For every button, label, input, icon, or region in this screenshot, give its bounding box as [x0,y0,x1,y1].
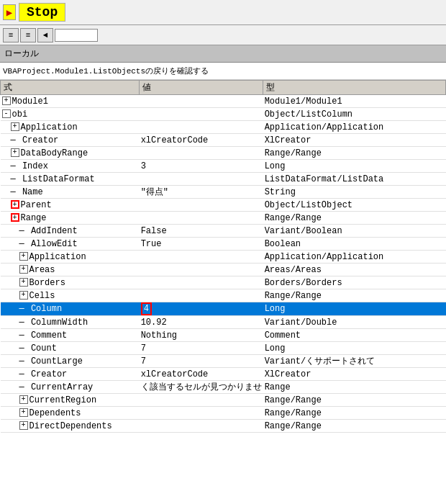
table-row[interactable]: — CountLarge7Variant/くサポートされて [1,355,446,368]
cell-name: +Borders [1,276,140,289]
cell-value: xlCreatorCode [140,134,263,147]
expand-icon[interactable]: + [11,200,19,209]
cell-type: Long [263,342,446,355]
expand-icon[interactable]: - [2,109,11,118]
expand-icon[interactable]: + [19,421,28,430]
line-prefix: — [19,330,29,341]
table-row[interactable]: — ColumnWidth10.92Variant/Double [1,316,446,329]
var-name: ListDataFormat [22,174,95,184]
table-row[interactable]: +BordersBorders/Borders [1,276,446,289]
local-label: ローカル [4,48,39,60]
cell-value [140,95,263,108]
var-name: Creator [31,369,67,379]
expand-icon[interactable]: + [11,213,19,222]
expand-icon[interactable]: + [19,265,28,274]
toolbar: ▶ Stop [0,0,446,25]
cell-name: — CountLarge [1,355,140,368]
var-name: Dependents [29,408,81,418]
cell-name: — AddIndent [1,225,140,238]
table-row[interactable]: — CurrentArrayく該当するセルが見つかりませRange [1,381,446,394]
cell-value: 7 [140,355,263,368]
table-row[interactable]: +AreasAreas/Areas [1,264,446,276]
cell-value [140,289,263,302]
header-value: 値 [140,81,263,95]
expand-icon[interactable]: + [19,252,28,261]
table-row[interactable]: +ParentObject/ListObject [1,199,446,212]
var-name: DataBodyRange [21,148,88,158]
table-row[interactable]: — Name"得点"String [1,186,446,199]
cell-value: 3 [140,160,263,173]
table-row[interactable]: +CellsRange/Range [1,289,446,302]
table-row[interactable]: — CreatorxlCreatorCodeXlCreator [1,368,446,381]
line-prefix: — [19,369,29,379]
cell-value [140,199,263,212]
table-row[interactable]: +DirectDependentsRange/Range [1,420,446,433]
line-prefix: — [19,304,29,314]
variables-panel: 式 値 型 +Module1Module1/Module1-obiObject/… [0,80,446,504]
expand-icon[interactable]: + [19,395,28,404]
var-name: obi [12,109,28,120]
table-row[interactable]: — CreatorxlCreatorCodeXlCreator [1,134,446,147]
cell-type: Object/ListObject [263,199,446,212]
line-prefix: — [11,187,21,197]
table-row[interactable]: +CurrentRegionRange/Range [1,394,446,407]
cell-value: True [140,238,263,251]
expand-icon[interactable]: + [19,291,28,300]
table-row[interactable]: — Index3Long [1,160,446,173]
cell-name: +Application [1,121,140,134]
table-row[interactable]: -obiObject/ListColumn [1,108,446,121]
table-row[interactable]: — AddIndentFalseVariant/Boolean [1,225,446,238]
cell-value: 7 [140,342,263,355]
table-header-row: 式 値 型 [1,81,446,95]
table-row[interactable]: +ApplicationApplication/Application [1,121,446,134]
table-row[interactable]: +Module1Module1/Module1 [1,95,446,108]
table-row[interactable]: — AllowEditTrueBoolean [1,238,446,251]
var-name: AllowEdit [31,239,78,249]
cell-type: Variant/Boolean [263,225,446,238]
cell-value [140,264,263,276]
table-row[interactable]: — Count7Long [1,342,446,355]
cell-type: String [263,186,446,199]
expand-icon[interactable]: + [11,122,19,131]
table-row[interactable]: — ListDataFormatListDataFormat/ListData [1,173,446,186]
expand-icon[interactable]: + [2,96,11,105]
cell-name: +Parent [1,199,140,212]
line-prefix: — [11,161,21,171]
table-row[interactable]: +DataBodyRangeRange/Range [1,147,446,160]
cell-type: Application/Application [263,251,446,264]
cell-type: Range/Range [263,407,446,420]
expand-icon[interactable]: + [19,278,28,287]
align-left-button[interactable]: ≡ [3,28,19,42]
expand-icon[interactable]: + [19,408,28,417]
cell-name: +DataBodyRange [1,147,140,160]
cell-value: Nothing [140,329,263,342]
var-name: ColumnWidth [31,318,88,328]
cell-type: ListDataFormat/ListData [263,173,446,186]
cell-value: "得点" [140,186,263,199]
cell-name: +Dependents [1,407,140,420]
cell-name: — ColumnWidth [1,316,140,329]
var-name: Module1 [12,96,48,107]
expand-icon[interactable]: + [11,148,19,157]
watch-input[interactable] [55,29,98,42]
var-name: Borders [29,278,65,288]
path-bar: VBAProject.Module1.ListObjectsの戻りを確認する [0,63,446,80]
var-name: CountLarge [31,356,83,366]
cell-type: Areas/Areas [263,264,446,276]
back-button[interactable]: ◄ [37,28,53,42]
var-name: Application [29,252,86,262]
cell-value [140,394,263,407]
table-row[interactable]: — CommentNothingComment [1,329,446,342]
cell-name: — Creator [1,134,140,147]
table-row[interactable]: +RangeRange/Range [1,212,446,225]
table-row[interactable]: +DependentsRange/Range [1,407,446,420]
cell-value: False [140,225,263,238]
table-row[interactable]: — Column4Long [1,302,446,316]
table-row[interactable]: +ApplicationApplication/Application [1,251,446,264]
cell-name: — CurrentArray [1,381,140,394]
cell-value [140,212,263,225]
cell-name: +DirectDependents [1,420,140,433]
align-right-button[interactable]: ≡ [20,28,36,42]
cell-type: Variant/Double [263,316,446,329]
line-prefix: — [11,174,21,184]
